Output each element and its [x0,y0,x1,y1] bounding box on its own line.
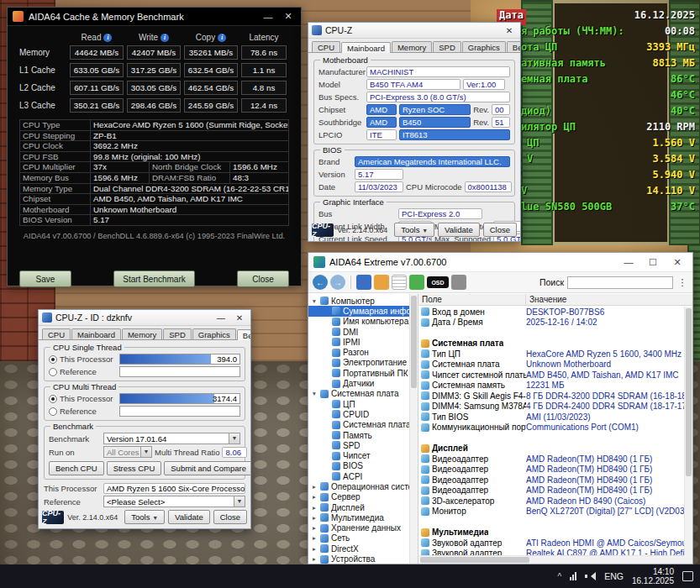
report-row[interactable]: Дисплей [418,444,684,454]
report-row[interactable]: Чипсет системной платыAMD B450, AMD Tais… [418,370,684,381]
report-row[interactable]: Звуковой адаптерRealtek ALC897 @ AMD K17… [418,549,684,556]
osd-icon[interactable]: OSD [427,276,449,288]
tools-button[interactable]: Tools ▼ [394,223,434,237]
tree-item[interactable]: Системная плата [308,420,409,430]
tab-graphics[interactable]: Graphics [462,41,506,52]
tree-item[interactable]: Суммарная информация [308,306,409,316]
tree-item[interactable]: ▾Компьютер [308,296,409,306]
tree-item[interactable]: ACPI [308,471,409,481]
report-row[interactable]: DIMM4: Samsung M378A5...4 ГБ DDR4-2400 D… [418,402,684,412]
hidden-icons-chevron[interactable]: ^ [557,572,561,581]
tree-item[interactable]: CPUID [308,409,409,419]
tab-cpu[interactable]: CPU [42,328,71,339]
bench-cpu-button[interactable]: Bench CPU [49,461,104,475]
tree-item[interactable]: DMI [308,327,409,337]
camera-icon[interactable] [451,275,466,290]
tree-item[interactable]: IPMI [308,337,409,347]
titlebar[interactable]: CPU-Z - ID : dzknfv — ✕ [39,310,250,326]
tree-item[interactable]: ▸Сервер [308,492,409,502]
tree-item[interactable]: ▸Мультимедиа [308,512,409,522]
taskbar[interactable]: ^ ENG 14:10 16.12.2025 [0,564,700,588]
report-row[interactable]: МониторBenQ XL2720T (Digital) [27" LCD] … [418,507,684,517]
report-row[interactable]: Вход в доменDESKTOP-B077BS6 [418,307,684,318]
language-indicator[interactable]: ENG [604,571,624,581]
tree-item[interactable]: ▸Операционная система [308,481,409,491]
tree-scrollbar[interactable] [409,294,418,564]
report-row[interactable]: 3D-акселераторAMD Radeon HD 8490 (Caicos… [418,496,684,507]
minimize-icon[interactable]: — [261,12,276,22]
report-row[interactable]: Звуковой адаптерATI Radeon HDMI @ AMD Ca… [418,538,684,549]
report-vertical-scrollbar[interactable] [684,307,692,555]
tree-item[interactable]: ▸DirectX [308,543,409,554]
report-row[interactable]: ВидеоадаптерAMD Radeon(TM) HD8490 (1 ГБ) [418,475,684,486]
chart-icon[interactable] [409,275,424,290]
tab-memory[interactable]: Memory [392,41,432,52]
tree-item[interactable]: ЦП [308,399,409,409]
close-icon[interactable]: ✕ [281,11,296,22]
tree-item[interactable]: ▸Сеть [308,533,409,543]
volume-icon[interactable] [585,571,596,581]
network-icon[interactable] [570,572,576,580]
report-row[interactable]: ВидеоадаптерAMD Radeon(TM) HD8490 (1 ГБ) [418,486,684,496]
tree-item[interactable]: SPD [308,440,409,450]
tab-graphics[interactable]: Graphics [192,328,236,339]
minimize-icon[interactable]: — [213,313,229,323]
tab-bench[interactable]: Bench [237,329,251,340]
info-icon[interactable]: i [103,34,112,42]
save-button[interactable]: Save [19,270,71,287]
tree-item[interactable]: Имя компьютера [308,317,409,327]
report-row[interactable]: Системная память12231 МБ [418,381,684,391]
report-row[interactable] [418,517,684,528]
info-icon[interactable]: i [218,34,226,42]
validate-button[interactable]: Validate [438,223,480,237]
tab-spd[interactable]: SPD [163,328,192,339]
report-row[interactable]: Тип BIOSAMI (11/03/2023) [418,412,684,423]
report-horizontal-scrollbar[interactable] [418,555,684,564]
tab-mainboard[interactable]: Mainboard [341,42,391,53]
stress-cpu-button[interactable]: Stress CPU [107,461,162,475]
report-row[interactable]: Системная платаUnknown Motherboard [418,360,684,370]
maximize-icon[interactable]: ☐ [643,257,663,268]
clock[interactable]: 14:10 16.12.2025 [632,567,674,585]
computer-icon[interactable] [356,275,371,290]
summary-icon[interactable] [374,275,389,290]
tree-item[interactable]: Электропитание [308,358,409,368]
this-processor-radio[interactable] [49,395,57,403]
tab-spd[interactable]: SPD [433,41,461,52]
close-button[interactable]: Close [237,270,289,287]
forward-icon[interactable]: → [330,275,345,290]
action-center-icon[interactable] [682,571,693,581]
tree-item[interactable]: ▾Системная плата [308,389,409,399]
titlebar[interactable]: AIDA64 Cache & Memory Benchmark — ✕ [8,8,301,26]
report-row[interactable]: ВидеоадаптерAMD Radeon(TM) HD8490 (1 ГБ) [418,454,684,465]
report-row[interactable]: Дата / Время2025-12-16 / 14:02 [418,318,684,328]
tree-item[interactable]: Память [308,430,409,440]
reference-select[interactable]: <Please Select> ▼ [103,496,245,507]
validate-button[interactable]: Validate [168,510,210,524]
tree-item[interactable]: ▸Хранение данных [308,523,409,533]
scrollbar-thumb[interactable] [420,557,529,563]
minimize-icon[interactable]: — [618,257,639,267]
start-benchmark-button[interactable]: Start Benchmark [113,270,194,287]
submit-compare-button[interactable]: Submit and Compare [164,461,251,475]
search-input[interactable] [567,276,673,289]
tree-item[interactable]: BIOS [308,461,409,471]
scrollbar-thumb[interactable] [686,308,692,476]
report-row[interactable]: ВидеоадаптерAMD Radeon(TM) HD8490 (1 ГБ) [418,465,684,475]
report-row[interactable]: Системная плата [418,339,684,349]
report-row[interactable] [418,433,684,444]
titlebar[interactable]: CPU-Z ✕ [308,23,520,39]
tools-button[interactable]: Tools ▼ [124,510,165,524]
tree-item[interactable]: ▸Устройства [308,554,409,564]
more-options-icon[interactable]: ⋮ [676,277,688,288]
field-column-header[interactable]: Поле [418,294,526,305]
tree-item[interactable]: Чипсет [308,450,409,460]
report-row[interactable]: Коммуникационный портCommunications Port… [418,423,684,433]
close-icon[interactable]: ✕ [667,257,687,268]
close-icon[interactable]: ✕ [232,313,247,323]
back-icon[interactable]: ← [313,275,328,290]
close-button[interactable]: Close [213,510,247,524]
tab-memory[interactable]: Memory [122,328,162,339]
this-processor-radio[interactable] [49,355,57,364]
reference-radio[interactable] [49,407,57,416]
